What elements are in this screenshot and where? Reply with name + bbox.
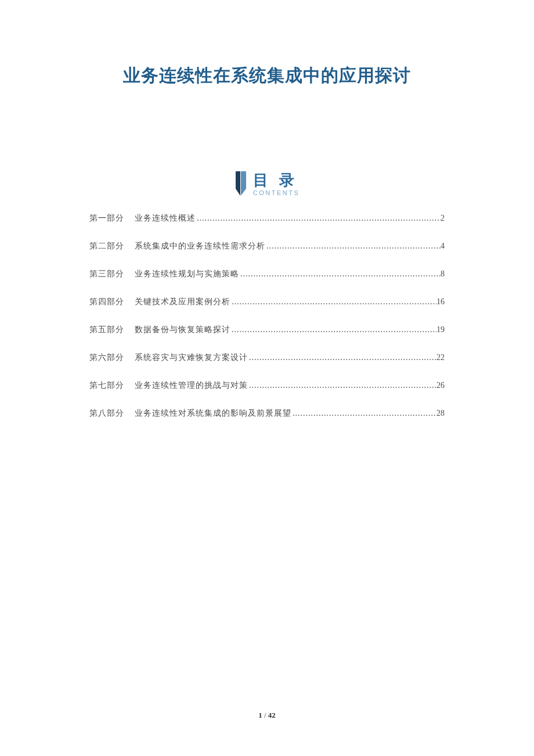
toc-leader-dots: ........................................… [230, 325, 436, 334]
toc-entry-title: 业务连续性对系统集成的影响及前景展望 [135, 408, 291, 419]
toc-list: 第一部分 业务连续性概述 ...........................… [89, 213, 445, 419]
toc-header: 目 录 CONTENTS [0, 171, 534, 197]
toc-page-number: 28 [436, 409, 445, 418]
svg-marker-1 [241, 171, 246, 196]
toc-part-label: 第三部分 [89, 269, 124, 279]
toc-entry[interactable]: 第三部分 业务连续性规划与实施策略 ......................… [89, 269, 445, 279]
toc-page-number: 22 [436, 353, 445, 362]
toc-entry-title: 系统容灾与灾难恢复方案设计 [135, 352, 248, 363]
page-total: 42 [268, 711, 276, 719]
toc-leader-dots: ........................................… [291, 409, 436, 418]
toc-part-label: 第六部分 [89, 352, 124, 363]
toc-entry[interactable]: 第六部分 系统容灾与灾难恢复方案设计 .....................… [89, 352, 445, 363]
toc-leader-dots: ........................................… [239, 269, 441, 279]
toc-entry[interactable]: 第二部分 系统集成中的业务连续性需求分析 ...................… [89, 241, 445, 251]
toc-entry-title: 业务连续性概述 [135, 213, 196, 224]
toc-entry-title: 关键技术及应用案例分析 [135, 297, 230, 307]
toc-leader-dots: ........................................… [230, 297, 436, 307]
toc-leader-dots: ........................................… [265, 242, 441, 251]
toc-label-en: CONTENTS [253, 189, 300, 196]
toc-page-number: 19 [436, 325, 445, 334]
toc-part-label: 第二部分 [89, 241, 124, 251]
toc-entry[interactable]: 第八部分 业务连续性对系统集成的影响及前景展望 ................… [89, 408, 445, 419]
toc-entry[interactable]: 第五部分 数据备份与恢复策略探讨 .......................… [89, 325, 445, 335]
toc-entry-title: 系统集成中的业务连续性需求分析 [135, 241, 265, 251]
page-sep: / [262, 711, 268, 719]
page-footer: 1 / 42 [0, 711, 534, 720]
toc-part-label: 第四部分 [89, 297, 124, 307]
toc-page-number: 16 [436, 297, 445, 307]
toc-entry[interactable]: 第四部分 关键技术及应用案例分析 .......................… [89, 297, 445, 307]
toc-page-number: 4 [441, 242, 445, 251]
toc-part-label: 第八部分 [89, 408, 124, 419]
toc-entry-title: 业务连续性管理的挑战与对策 [135, 380, 248, 391]
toc-entry[interactable]: 第一部分 业务连续性概述 ...........................… [89, 213, 445, 224]
toc-entry-title: 业务连续性规划与实施策略 [135, 269, 239, 279]
toc-page-number: 2 [441, 214, 445, 223]
toc-leader-dots: ........................................… [248, 381, 436, 390]
toc-entry-title: 数据备份与恢复策略探讨 [135, 325, 230, 335]
toc-label-cn: 目 录 [253, 172, 300, 189]
toc-part-label: 第七部分 [89, 380, 124, 391]
toc-page-number: 8 [441, 269, 445, 279]
toc-page-number: 26 [436, 381, 445, 390]
toc-part-label: 第五部分 [89, 325, 124, 335]
svg-marker-0 [236, 171, 240, 196]
toc-leader-dots: ........................................… [248, 353, 436, 362]
page-title: 业务连续性在系统集成中的应用探讨 [0, 0, 534, 88]
toc-entry[interactable]: 第七部分 业务连续性管理的挑战与对策 .....................… [89, 380, 445, 391]
toc-part-label: 第一部分 [89, 213, 124, 224]
toc-leader-dots: ........................................… [196, 214, 441, 223]
toc-bookmark-icon [234, 171, 247, 197]
